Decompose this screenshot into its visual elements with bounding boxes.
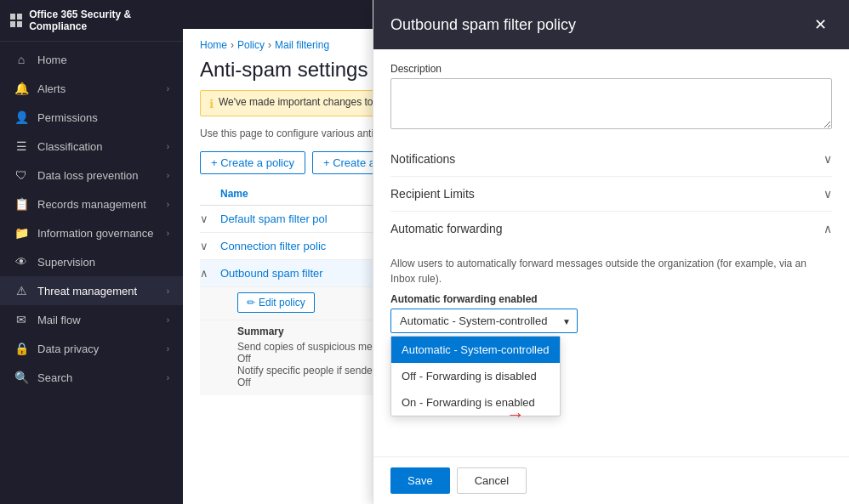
sidebar-item-supervision[interactable]: 👁 Supervision xyxy=(0,247,183,276)
sidebar-item-dlp-label: Data loss prevention xyxy=(37,169,158,182)
panel-close-button[interactable]: ✕ xyxy=(809,14,832,36)
arrow-indicator: → xyxy=(506,404,525,426)
sidebar-item-information-governance[interactable]: 📁 Information governance › xyxy=(0,218,183,247)
chevron-down-icon: › xyxy=(167,84,169,93)
notifications-section[interactable]: Notifications ∨ xyxy=(390,142,832,177)
permissions-icon: 👤 xyxy=(14,110,29,124)
chevron-down-icon: › xyxy=(167,315,169,325)
cancel-button[interactable]: Cancel xyxy=(457,467,527,494)
info-icon: ℹ xyxy=(209,97,214,110)
chevron-down-icon: ∨ xyxy=(823,187,832,201)
recipient-limits-section[interactable]: Recipient Limits ∨ xyxy=(390,177,832,212)
save-button[interactable]: Save xyxy=(390,467,450,494)
sidebar-item-search-label: Search xyxy=(37,371,158,384)
breadcrumb-mail-filtering[interactable]: Mail filtering xyxy=(275,39,329,51)
sidebar-item-data-privacy[interactable]: 🔒 Data privacy › xyxy=(0,334,183,363)
breadcrumb-home[interactable]: Home xyxy=(200,39,227,51)
sidebar-item-search[interactable]: 🔍 Search › xyxy=(0,363,183,392)
panel-title: Outbound spam filter policy xyxy=(390,16,576,34)
edit-icon: ✏ xyxy=(247,297,255,309)
description-field-label: Description xyxy=(390,63,832,75)
search-icon: 🔍 xyxy=(14,371,29,384)
sidebar-item-home-label: Home xyxy=(37,54,169,66)
privacy-icon: 🔒 xyxy=(14,342,29,355)
sidebar-item-permissions-label: Permissions xyxy=(37,111,169,124)
chevron-down-icon: › xyxy=(167,229,169,238)
chevron-down-icon: › xyxy=(167,373,169,382)
chevron-down-icon: › xyxy=(167,171,169,180)
sidebar-item-permissions[interactable]: 👤 Permissions xyxy=(0,103,183,132)
automatic-forwarding-content: Allow users to automatically forward mes… xyxy=(390,246,832,343)
chevron-down-icon: › xyxy=(167,344,169,354)
info-gov-icon: 📁 xyxy=(14,226,29,240)
dlp-icon: 🛡 xyxy=(14,168,29,182)
chevron-down-icon: › xyxy=(167,142,169,151)
row-chevron-icon: ∨ xyxy=(200,212,220,225)
panel-footer: Save Cancel xyxy=(373,456,849,504)
alerts-icon: 🔔 xyxy=(14,82,29,95)
description-textarea[interactable] xyxy=(390,78,832,129)
threat-icon: ⚠ xyxy=(14,284,29,297)
sidebar-item-supervision-label: Supervision xyxy=(37,256,169,269)
sidebar-item-data-loss-prevention[interactable]: 🛡 Data loss prevention › xyxy=(0,161,183,190)
sidebar-item-mailflow-label: Mail flow xyxy=(37,314,158,326)
sidebar-nav: ⌂ Home 🔔 Alerts › 👤 Permissions ☰ Classi… xyxy=(0,42,183,504)
chevron-down-icon: › xyxy=(167,200,169,209)
sidebar-item-records-label: Records management xyxy=(37,198,158,211)
chevron-down-icon: ∨ xyxy=(823,152,832,166)
sidebar-item-infogov-label: Information governance xyxy=(37,227,158,240)
panel-overlay: Outbound spam filter policy ✕ Descriptio… xyxy=(373,0,849,504)
sidebar-item-alerts[interactable]: 🔔 Alerts › xyxy=(0,74,183,103)
sidebar-item-alerts-label: Alerts xyxy=(37,82,158,95)
row-chevron-icon: ∧ xyxy=(200,267,220,280)
sidebar-item-privacy-label: Data privacy xyxy=(37,343,158,355)
recipient-limits-label: Recipient Limits xyxy=(390,187,475,201)
panel-body: Description Notifications ∨ Recipient Li… xyxy=(373,49,849,456)
sidebar-item-mail-flow[interactable]: ✉ Mail flow › xyxy=(0,305,183,334)
create-policy-button[interactable]: + Create a policy xyxy=(200,151,305,174)
sidebar-header: Office 365 Security & Compliance xyxy=(0,0,183,42)
sidebar: Office 365 Security & Compliance ⌂ Home … xyxy=(0,0,183,504)
breadcrumb-policy[interactable]: Policy xyxy=(237,39,265,51)
classification-icon: ☰ xyxy=(14,139,29,153)
sidebar-item-classification[interactable]: ☰ Classification › xyxy=(0,132,183,161)
mail-icon: ✉ xyxy=(14,313,29,326)
sidebar-item-classification-label: Classification xyxy=(37,140,158,153)
notifications-label: Notifications xyxy=(390,152,455,166)
forwarding-enabled-label: Automatic forwarding enabled xyxy=(390,293,832,305)
panel-header: Outbound spam filter policy ✕ xyxy=(373,0,849,49)
automatic-forwarding-section[interactable]: Automatic forwarding ∧ xyxy=(390,212,832,246)
forwarding-description: Allow users to automatically forward mes… xyxy=(390,256,832,286)
automatic-forwarding-label: Automatic forwarding xyxy=(390,222,503,235)
sidebar-item-threat-management[interactable]: ⚠ Threat management › xyxy=(0,276,183,305)
dropdown-popup: Automatic - System-controlled Off - Forw… xyxy=(390,336,561,416)
records-icon: 📋 xyxy=(14,197,29,211)
chevron-down-icon: › xyxy=(167,286,169,296)
chevron-up-icon: ∧ xyxy=(823,222,832,235)
sidebar-item-threat-label: Threat management xyxy=(37,285,158,297)
forwarding-dropdown[interactable]: Automatic - System-controlled Off - Forw… xyxy=(390,309,578,333)
sidebar-item-home[interactable]: ⌂ Home xyxy=(0,45,183,74)
app-title: Office 365 Security & Compliance xyxy=(29,8,173,32)
dropdown-option-automatic[interactable]: Automatic - System-controlled xyxy=(391,337,560,363)
row-chevron-icon: ∨ xyxy=(200,240,220,252)
app-grid-icon xyxy=(10,14,22,27)
dropdown-option-on[interactable]: On - Forwarding is enabled xyxy=(391,389,560,416)
edit-policy-button[interactable]: ✏ Edit policy xyxy=(237,292,315,313)
supervision-icon: 👁 xyxy=(14,255,29,269)
dropdown-option-off[interactable]: Off - Forwarding is disabled xyxy=(391,363,560,389)
home-icon: ⌂ xyxy=(14,53,29,66)
sidebar-item-records-management[interactable]: 📋 Records management › xyxy=(0,190,183,218)
main-content: ⚙ ? Home › Policy › Mail filtering Anti-… xyxy=(183,0,849,504)
forwarding-dropdown-wrapper: Automatic - System-controlled Off - Forw… xyxy=(390,309,578,333)
